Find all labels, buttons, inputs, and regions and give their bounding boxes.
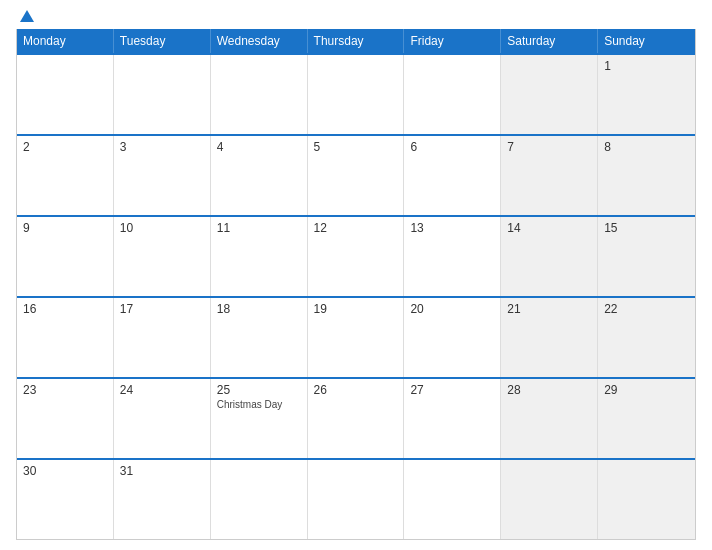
calendar-cell bbox=[211, 55, 308, 134]
calendar-week-4: 16171819202122 bbox=[17, 296, 695, 377]
day-number: 20 bbox=[410, 302, 494, 316]
day-number: 5 bbox=[314, 140, 398, 154]
calendar-cell: 3 bbox=[114, 136, 211, 215]
day-number: 29 bbox=[604, 383, 689, 397]
calendar-cell: 7 bbox=[501, 136, 598, 215]
calendar-cell: 12 bbox=[308, 217, 405, 296]
day-number: 28 bbox=[507, 383, 591, 397]
calendar-cell: 13 bbox=[404, 217, 501, 296]
day-number: 31 bbox=[120, 464, 204, 478]
calendar-cell: 6 bbox=[404, 136, 501, 215]
event-label: Christmas Day bbox=[217, 399, 301, 410]
calendar-cell bbox=[501, 55, 598, 134]
day-number: 26 bbox=[314, 383, 398, 397]
calendar-header bbox=[16, 10, 696, 23]
calendar-cell: 29 bbox=[598, 379, 695, 458]
calendar-cell bbox=[17, 55, 114, 134]
day-number: 24 bbox=[120, 383, 204, 397]
header-day-saturday: Saturday bbox=[501, 29, 598, 53]
calendar-cell: 18 bbox=[211, 298, 308, 377]
calendar-page: MondayTuesdayWednesdayThursdayFridaySatu… bbox=[0, 0, 712, 550]
day-number: 27 bbox=[410, 383, 494, 397]
day-number: 23 bbox=[23, 383, 107, 397]
calendar-body: 1234567891011121314151617181920212223242… bbox=[17, 53, 695, 539]
calendar-week-2: 2345678 bbox=[17, 134, 695, 215]
day-number: 18 bbox=[217, 302, 301, 316]
day-number: 12 bbox=[314, 221, 398, 235]
calendar-cell: 16 bbox=[17, 298, 114, 377]
calendar-cell: 15 bbox=[598, 217, 695, 296]
day-number: 16 bbox=[23, 302, 107, 316]
calendar-cell: 25Christmas Day bbox=[211, 379, 308, 458]
day-number: 7 bbox=[507, 140, 591, 154]
day-number: 10 bbox=[120, 221, 204, 235]
day-number: 14 bbox=[507, 221, 591, 235]
header-day-wednesday: Wednesday bbox=[211, 29, 308, 53]
calendar-cell: 2 bbox=[17, 136, 114, 215]
calendar-cell: 26 bbox=[308, 379, 405, 458]
calendar-cell: 14 bbox=[501, 217, 598, 296]
calendar-cell: 28 bbox=[501, 379, 598, 458]
day-number: 1 bbox=[604, 59, 689, 73]
calendar-cell: 4 bbox=[211, 136, 308, 215]
calendar-cell bbox=[501, 460, 598, 539]
calendar-cell: 5 bbox=[308, 136, 405, 215]
day-number: 8 bbox=[604, 140, 689, 154]
day-number: 25 bbox=[217, 383, 301, 397]
calendar-cell bbox=[404, 460, 501, 539]
header-day-friday: Friday bbox=[404, 29, 501, 53]
calendar-cell: 24 bbox=[114, 379, 211, 458]
day-number: 30 bbox=[23, 464, 107, 478]
calendar-cell: 11 bbox=[211, 217, 308, 296]
calendar-cell: 1 bbox=[598, 55, 695, 134]
day-number: 15 bbox=[604, 221, 689, 235]
header-day-monday: Monday bbox=[17, 29, 114, 53]
calendar-cell bbox=[404, 55, 501, 134]
day-number: 13 bbox=[410, 221, 494, 235]
day-number: 19 bbox=[314, 302, 398, 316]
calendar-cell bbox=[598, 460, 695, 539]
calendar-grid: MondayTuesdayWednesdayThursdayFridaySatu… bbox=[16, 29, 696, 540]
day-number: 22 bbox=[604, 302, 689, 316]
calendar-cell bbox=[308, 55, 405, 134]
calendar-week-6: 3031 bbox=[17, 458, 695, 539]
calendar-cell bbox=[211, 460, 308, 539]
calendar-cell: 23 bbox=[17, 379, 114, 458]
calendar-cell: 19 bbox=[308, 298, 405, 377]
calendar-cell: 21 bbox=[501, 298, 598, 377]
calendar-cell: 30 bbox=[17, 460, 114, 539]
day-number: 6 bbox=[410, 140, 494, 154]
day-number: 17 bbox=[120, 302, 204, 316]
calendar-cell bbox=[114, 55, 211, 134]
day-number: 3 bbox=[120, 140, 204, 154]
calendar-cell: 27 bbox=[404, 379, 501, 458]
calendar-cell: 8 bbox=[598, 136, 695, 215]
calendar-cell: 22 bbox=[598, 298, 695, 377]
calendar-days-header: MondayTuesdayWednesdayThursdayFridaySatu… bbox=[17, 29, 695, 53]
calendar-cell bbox=[308, 460, 405, 539]
calendar-week-5: 232425Christmas Day26272829 bbox=[17, 377, 695, 458]
calendar-cell: 20 bbox=[404, 298, 501, 377]
header-day-tuesday: Tuesday bbox=[114, 29, 211, 53]
day-number: 2 bbox=[23, 140, 107, 154]
logo-triangle-icon bbox=[20, 10, 34, 22]
calendar-week-3: 9101112131415 bbox=[17, 215, 695, 296]
calendar-cell: 9 bbox=[17, 217, 114, 296]
calendar-cell: 17 bbox=[114, 298, 211, 377]
day-number: 9 bbox=[23, 221, 107, 235]
day-number: 4 bbox=[217, 140, 301, 154]
calendar-cell: 10 bbox=[114, 217, 211, 296]
calendar-cell: 31 bbox=[114, 460, 211, 539]
header-day-thursday: Thursday bbox=[308, 29, 405, 53]
day-number: 21 bbox=[507, 302, 591, 316]
day-number: 11 bbox=[217, 221, 301, 235]
logo bbox=[16, 10, 34, 23]
header-day-sunday: Sunday bbox=[598, 29, 695, 53]
calendar-week-1: 1 bbox=[17, 53, 695, 134]
